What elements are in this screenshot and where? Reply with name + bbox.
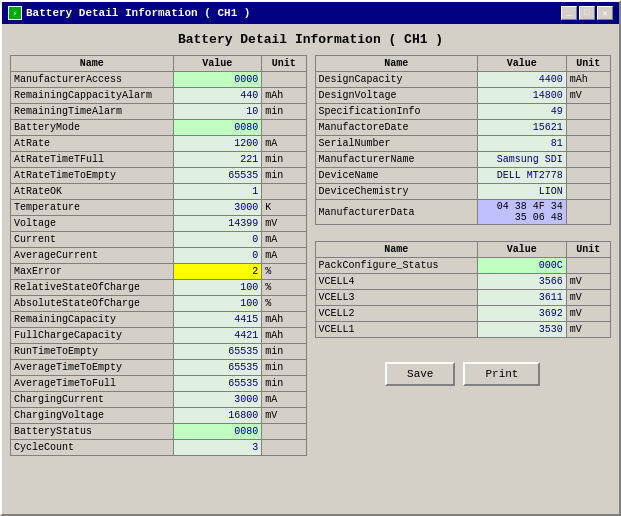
cell-name: RemainingTimeAlarm — [11, 104, 174, 120]
cell-name: SpecificationInfo — [315, 104, 478, 120]
cell-name: PackConfigure_Status — [315, 258, 478, 274]
cell-name: DeviceChemistry — [315, 184, 478, 200]
minimize-button[interactable]: _ — [561, 6, 577, 20]
cell-name: VCELL4 — [315, 274, 478, 290]
table-row: DesignVoltage14800mV — [315, 88, 611, 104]
table-row: AtRateTimeTFull221min — [11, 152, 307, 168]
content: Battery Detail Information ( CH1 ) Name … — [2, 24, 619, 514]
table-row: VCELL43566mV — [315, 274, 611, 290]
table-row: MaxError2% — [11, 264, 307, 280]
cell-value: 0080 — [173, 424, 262, 440]
button-row: Save Print — [315, 362, 612, 386]
cell-name: AtRateOK — [11, 184, 174, 200]
cell-value: 3530 — [478, 322, 567, 338]
left-panel: Name Value Unit ManufacturerAccess0000Re… — [10, 55, 307, 506]
table-row: FullChargeCapacity4421mAh — [11, 328, 307, 344]
cell-name: MaxError — [11, 264, 174, 280]
cell-unit: mV — [566, 274, 610, 290]
cell-unit: min — [262, 344, 306, 360]
cell-name: ChargingVoltage — [11, 408, 174, 424]
title-bar-left: ⚡ Battery Detail Information ( CH1 ) — [8, 6, 250, 20]
cell-value: 16800 — [173, 408, 262, 424]
cell-unit: % — [262, 296, 306, 312]
cell-unit: mA — [262, 136, 306, 152]
print-button[interactable]: Print — [463, 362, 540, 386]
cell-name: DesignCapacity — [315, 72, 478, 88]
cell-name: DesignVoltage — [315, 88, 478, 104]
table-row: Temperature3000K — [11, 200, 307, 216]
cell-unit: mV — [262, 216, 306, 232]
cell-name: VCELL1 — [315, 322, 478, 338]
cell-value: 0 — [173, 232, 262, 248]
save-button[interactable]: Save — [385, 362, 455, 386]
table-row: DeviceNameDELL MT2778 — [315, 168, 611, 184]
title-buttons: _ □ ✕ — [561, 6, 613, 20]
table-row: RemainingCapacity4415mAh — [11, 312, 307, 328]
cell-unit — [566, 200, 610, 225]
cell-name: Voltage — [11, 216, 174, 232]
table-row: AtRate1200mA — [11, 136, 307, 152]
table-row: RemainingCappacityAlarm440mAh — [11, 88, 307, 104]
cell-value: 65535 — [173, 376, 262, 392]
cell-value: 100 — [173, 280, 262, 296]
cell-unit: mV — [566, 306, 610, 322]
cell-unit: min — [262, 104, 306, 120]
cell-name: CycleCount — [11, 440, 174, 456]
cell-name: RemainingCappacityAlarm — [11, 88, 174, 104]
cell-unit: mV — [566, 88, 610, 104]
cell-unit: mA — [262, 248, 306, 264]
cell-value: DELL MT2778 — [478, 168, 567, 184]
cell-unit: % — [262, 264, 306, 280]
cell-name: Temperature — [11, 200, 174, 216]
cell-unit — [566, 184, 610, 200]
cell-unit: mA — [262, 232, 306, 248]
table-row: AtRateOK1 — [11, 184, 307, 200]
cell-name: ManufacturerData — [315, 200, 478, 225]
cell-value: 3611 — [478, 290, 567, 306]
right-bottom-col-name: Name — [315, 242, 478, 258]
right-panel: Name Value Unit DesignCapacity4400mAhDes… — [315, 55, 612, 506]
table-row: DeviceChemistryLION — [315, 184, 611, 200]
cell-value: 2 — [173, 264, 262, 280]
table-row: SerialNumber81 — [315, 136, 611, 152]
close-button[interactable]: ✕ — [597, 6, 613, 20]
cell-value: 3000 — [173, 200, 262, 216]
cell-unit — [262, 120, 306, 136]
page-title: Battery Detail Information ( CH1 ) — [10, 32, 611, 47]
cell-unit: min — [262, 360, 306, 376]
cell-name: VCELL2 — [315, 306, 478, 322]
table-row: ChargingCurrent3000mA — [11, 392, 307, 408]
cell-value: 3000 — [173, 392, 262, 408]
table-row: ManufactoreDate15621 — [315, 120, 611, 136]
cell-value: 000C — [478, 258, 567, 274]
table-row: DesignCapacity4400mAh — [315, 72, 611, 88]
cell-unit: mAh — [262, 88, 306, 104]
maximize-button[interactable]: □ — [579, 6, 595, 20]
cell-value: Samsung SDI — [478, 152, 567, 168]
cell-name: BatteryMode — [11, 120, 174, 136]
table-row: PackConfigure_Status000C — [315, 258, 611, 274]
cell-value: 0080 — [173, 120, 262, 136]
table-row: BatteryMode0080 — [11, 120, 307, 136]
right-section: Name Value Unit DesignCapacity4400mAhDes… — [315, 55, 612, 386]
cell-value: 81 — [478, 136, 567, 152]
cell-value: 100 — [173, 296, 262, 312]
table-row: AverageTimeToFull65535min — [11, 376, 307, 392]
cell-value: 3692 — [478, 306, 567, 322]
cell-name: AtRateTimeToEmpty — [11, 168, 174, 184]
cell-name: AverageTimeToEmpty — [11, 360, 174, 376]
cell-value: 14800 — [478, 88, 567, 104]
right-top-table: Name Value Unit DesignCapacity4400mAhDes… — [315, 55, 612, 225]
cell-value: 65535 — [173, 360, 262, 376]
cell-unit — [566, 120, 610, 136]
right-bottom-col-value: Value — [478, 242, 567, 258]
cell-value: 65535 — [173, 344, 262, 360]
cell-value: 4421 — [173, 328, 262, 344]
cell-value: 15621 — [478, 120, 567, 136]
cell-unit: min — [262, 152, 306, 168]
cell-unit: mAh — [262, 328, 306, 344]
cell-unit: mV — [566, 290, 610, 306]
title-bar: ⚡ Battery Detail Information ( CH1 ) _ □… — [2, 2, 619, 24]
cell-name: ManufactoreDate — [315, 120, 478, 136]
cell-name: DeviceName — [315, 168, 478, 184]
